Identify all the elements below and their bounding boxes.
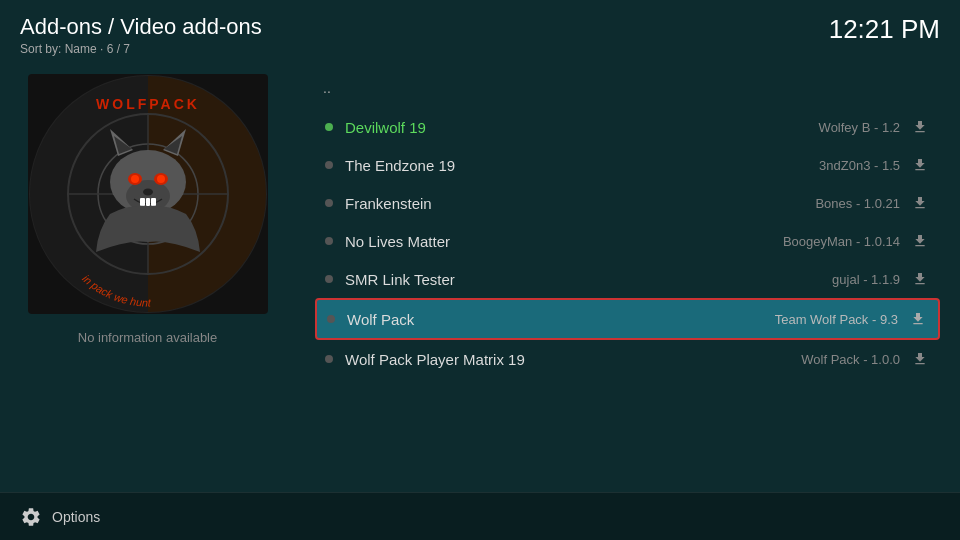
addon-item-frankenstein[interactable]: FrankensteinBones - 1.0.21 [315, 184, 940, 222]
svg-point-14 [157, 175, 165, 183]
svg-rect-18 [151, 198, 156, 206]
footer: Options [0, 492, 960, 540]
item-status-dot [325, 275, 333, 283]
download-icon[interactable] [908, 309, 928, 329]
options-button[interactable]: Options [20, 506, 100, 528]
item-meta: Bones - 1.0.21 [815, 196, 900, 211]
download-icon[interactable] [910, 231, 930, 251]
download-icon[interactable] [910, 117, 930, 137]
item-status-dot [325, 237, 333, 245]
addon-item-smr[interactable]: SMR Link Testergujal - 1.1.9 [315, 260, 940, 298]
svg-point-15 [143, 189, 153, 196]
svg-text:WOLFPACK: WOLFPACK [96, 96, 200, 112]
item-name: The Endzone 19 [345, 157, 819, 174]
gear-icon [20, 506, 42, 528]
item-meta: Wolf Pack - 1.0.0 [801, 352, 900, 367]
download-icon[interactable] [910, 193, 930, 213]
svg-rect-17 [146, 198, 150, 206]
right-panel: .. Devilwolf 19Wolfey B - 1.2 The Endzon… [295, 64, 960, 524]
item-status-dot [327, 315, 335, 323]
header: Add-ons / Video add-ons Sort by: Name · … [0, 0, 960, 64]
item-name: SMR Link Tester [345, 271, 832, 288]
main-layout: WOLFPACK in pack we hunt No information … [0, 64, 960, 524]
back-item[interactable]: .. [315, 72, 940, 108]
item-status-dot [325, 161, 333, 169]
item-status-dot [325, 123, 333, 131]
item-name: No Lives Matter [345, 233, 783, 250]
item-meta: 3ndZ0n3 - 1.5 [819, 158, 900, 173]
download-icon[interactable] [910, 349, 930, 369]
options-label: Options [52, 509, 100, 525]
download-icon[interactable] [910, 155, 930, 175]
addon-item-endzone[interactable]: The Endzone 193ndZ0n3 - 1.5 [315, 146, 940, 184]
item-status-dot [325, 199, 333, 207]
breadcrumb: Add-ons / Video add-ons [20, 14, 262, 40]
item-status-dot [325, 355, 333, 363]
item-meta: Wolfey B - 1.2 [819, 120, 900, 135]
addon-item-devilwolf[interactable]: Devilwolf 19Wolfey B - 1.2 [315, 108, 940, 146]
item-name: Frankenstein [345, 195, 815, 212]
addon-item-nolivesmatter[interactable]: No Lives MatterBoogeyMan - 1.0.14 [315, 222, 940, 260]
item-name: Devilwolf 19 [345, 119, 819, 136]
addon-list: Devilwolf 19Wolfey B - 1.2 The Endzone 1… [315, 108, 940, 516]
addon-thumbnail: WOLFPACK in pack we hunt [28, 74, 268, 314]
left-panel: WOLFPACK in pack we hunt No information … [0, 64, 295, 524]
svg-rect-16 [140, 198, 145, 206]
item-meta: BoogeyMan - 1.0.14 [783, 234, 900, 249]
item-name: Wolf Pack [347, 311, 775, 328]
item-meta: gujal - 1.1.9 [832, 272, 900, 287]
item-name: Wolf Pack Player Matrix 19 [345, 351, 801, 368]
addon-item-wolfpackmatrix[interactable]: Wolf Pack Player Matrix 19Wolf Pack - 1.… [315, 340, 940, 378]
no-info-label: No information available [78, 330, 217, 345]
clock: 12:21 PM [829, 14, 940, 45]
sort-info: Sort by: Name · 6 / 7 [20, 42, 262, 56]
download-icon[interactable] [910, 269, 930, 289]
svg-point-13 [131, 175, 139, 183]
addon-item-wolfpack[interactable]: Wolf PackTeam Wolf Pack - 9.3 [315, 298, 940, 340]
item-meta: Team Wolf Pack - 9.3 [775, 312, 898, 327]
wolfpack-logo-svg: WOLFPACK in pack we hunt [28, 74, 268, 314]
